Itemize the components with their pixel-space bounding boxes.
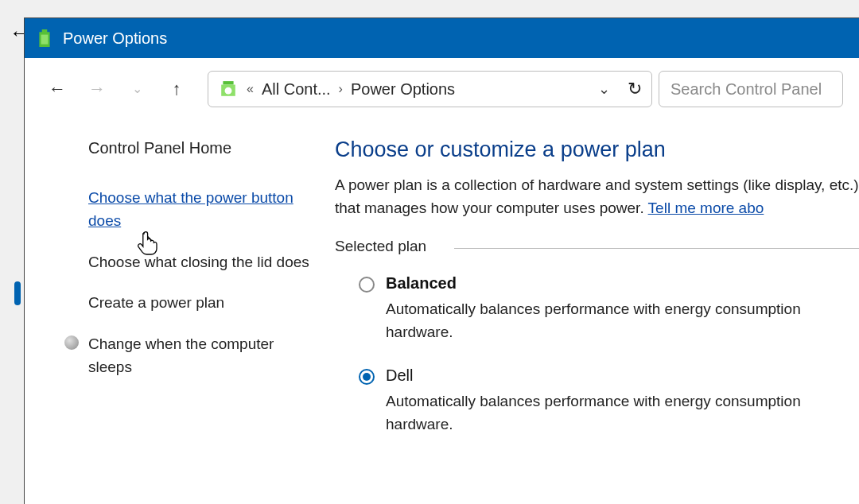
- search-input[interactable]: Search Control Panel: [659, 71, 843, 107]
- plan-description: Automatically balances performance with …: [386, 390, 859, 436]
- sidebar-link-sleep[interactable]: Change when the computer sleeps: [64, 332, 319, 379]
- radio-balanced[interactable]: [359, 277, 375, 293]
- nav-group: ← → ⌄ ↑: [49, 80, 201, 98]
- breadcrumb-root[interactable]: All Cont...: [262, 80, 331, 99]
- breadcrumb-overflow[interactable]: «: [245, 82, 255, 96]
- plan-name[interactable]: Dell: [386, 366, 859, 385]
- svg-point-1: [225, 87, 232, 95]
- radio-dell[interactable]: [359, 369, 375, 385]
- window-edge-indicator: [14, 281, 21, 305]
- refresh-button[interactable]: ↻: [628, 79, 642, 99]
- plan-body: Dell Automatically balances performance …: [386, 366, 859, 436]
- nav-forward-button[interactable]: →: [88, 80, 106, 98]
- plan-name[interactable]: Balanced: [386, 274, 859, 293]
- svg-rect-0: [41, 35, 49, 45]
- content-area: Control Panel Home Choose what the power…: [25, 122, 859, 459]
- nav-history-dropdown[interactable]: ⌄: [128, 83, 146, 95]
- breadcrumb-separator: ›: [337, 82, 344, 96]
- titlebar[interactable]: Power Options: [25, 18, 859, 58]
- group-divider: [454, 248, 859, 249]
- selected-plan-group: Selected plan: [335, 238, 859, 255]
- sidebar-link-power-button[interactable]: Choose what the power button does: [64, 186, 319, 233]
- page-heading: Choose or customize a power plan: [335, 138, 859, 162]
- sidebar-item-label: Change when the computer sleeps: [88, 332, 319, 379]
- nav-up-button[interactable]: ↑: [168, 80, 185, 98]
- battery-icon: [36, 28, 53, 48]
- main-panel: Choose or customize a power plan A power…: [335, 130, 859, 459]
- window-title: Power Options: [63, 29, 167, 48]
- window-frame: Power Options ← → ⌄ ↑ « All Cont... › Po…: [24, 17, 859, 504]
- sidebar: Control Panel Home Choose what the power…: [25, 130, 335, 459]
- control-panel-icon: [218, 79, 239, 99]
- plan-description: Automatically balances performance with …: [386, 297, 859, 344]
- sidebar-link-closing-lid[interactable]: Choose what closing the lid does: [64, 250, 319, 273]
- sidebar-home-link[interactable]: Control Panel Home: [64, 139, 319, 157]
- learn-more-link[interactable]: Tell me more abo: [648, 200, 764, 216]
- desc-text: A power plan is a collection of hardware…: [335, 176, 859, 216]
- nav-back-button[interactable]: ←: [49, 80, 66, 98]
- plan-dell[interactable]: Dell Automatically balances performance …: [335, 366, 859, 436]
- moon-icon: [64, 335, 79, 350]
- search-placeholder: Search Control Panel: [670, 80, 822, 99]
- page-description: A power plan is a collection of hardware…: [335, 173, 859, 220]
- plan-balanced[interactable]: Balanced Automatically balances performa…: [335, 274, 859, 344]
- plan-body: Balanced Automatically balances performa…: [386, 274, 859, 344]
- address-dropdown[interactable]: ⌄: [598, 80, 621, 98]
- sidebar-link-create-plan[interactable]: Create a power plan: [64, 291, 319, 314]
- address-bar[interactable]: « All Cont... › Power Options ⌄ ↻: [208, 71, 652, 107]
- toolbar: ← → ⌄ ↑ « All Cont... › Power Options ⌄ …: [25, 58, 859, 122]
- selected-plan-label: Selected plan: [335, 238, 437, 255]
- breadcrumb-current[interactable]: Power Options: [351, 80, 455, 99]
